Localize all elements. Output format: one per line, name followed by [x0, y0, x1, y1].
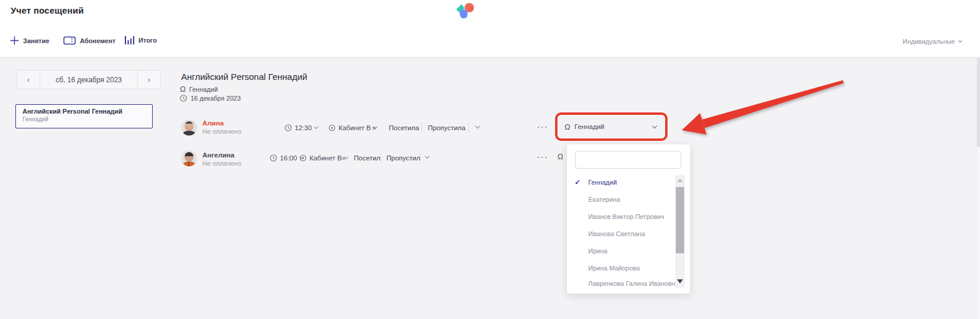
lesson-date-meta: 16 декабря 2023 — [180, 95, 241, 102]
date-label[interactable]: сб, 16 декабря 2023 — [40, 70, 138, 89]
status-chevron-button[interactable] — [425, 154, 430, 159]
clock-icon — [270, 154, 277, 162]
missed-button[interactable]: Пропустила — [428, 124, 465, 131]
person-icon: Ω — [180, 85, 186, 93]
dropdown-option[interactable]: Екатерина — [567, 191, 672, 208]
add-lesson-button[interactable]: Занятие — [10, 36, 49, 45]
lesson-date: 16 декабря 2023 — [191, 95, 241, 102]
time-select[interactable]: 12:30 — [285, 124, 318, 131]
time-value: 12:30 — [295, 124, 312, 131]
lesson-title: Английский Personal Геннадий — [181, 72, 307, 82]
page-scroll-thumb[interactable] — [977, 58, 980, 147]
group-type-filter-label: Индивидуальные — [902, 38, 955, 45]
clock-icon — [180, 95, 187, 102]
plus-icon — [10, 36, 19, 45]
lesson-teacher-name: Геннадий — [189, 86, 218, 93]
person-icon: Ω — [557, 153, 563, 160]
teacher-search-input[interactable] — [575, 151, 681, 169]
add-lesson-label: Занятие — [23, 37, 49, 44]
prev-day-button[interactable]: ‹ — [17, 70, 40, 89]
lesson-card-subtitle: Геннадий — [22, 116, 146, 123]
dropdown-option[interactable]: Геннадий — [567, 174, 672, 191]
student-name[interactable]: Ангелина — [202, 152, 234, 159]
room-select[interactable]: Кабинет В — [299, 154, 348, 162]
scroll-down-icon[interactable] — [677, 279, 683, 283]
remove-icon[interactable]: × — [341, 154, 346, 162]
group-type-filter[interactable]: Индивидуальные — [902, 38, 962, 45]
divider — [381, 153, 381, 163]
attended-button[interactable]: Посетила — [389, 124, 419, 131]
chevron-down-icon — [314, 125, 318, 129]
missed-button[interactable]: Пропустил — [386, 154, 420, 162]
dropdown-option[interactable]: Лавренкова Галина Ивановна — [567, 275, 672, 292]
student-name[interactable]: Алина — [202, 120, 224, 127]
more-button[interactable]: ··· — [537, 153, 549, 162]
location-icon — [299, 154, 307, 162]
lesson-card-title: Английский Personal Геннадий — [22, 108, 146, 115]
totals-label: Итого — [138, 37, 157, 44]
teacher-select-value: Геннадий — [575, 123, 649, 130]
chevron-down-icon — [958, 38, 962, 43]
divider — [421, 123, 422, 133]
page-scrollbar[interactable] — [976, 58, 980, 319]
scroll-thumb[interactable] — [676, 187, 684, 253]
subscription-label: Абонемент — [80, 37, 115, 44]
time-value: 16:00 — [280, 154, 297, 162]
next-day-button[interactable]: › — [137, 70, 161, 89]
divider — [420, 153, 421, 163]
clock-icon — [285, 124, 292, 131]
payment-status: Не оплачено — [202, 160, 241, 167]
more-button[interactable]: ··· — [537, 123, 549, 131]
annotation-arrow — [669, 71, 858, 142]
room-value: Кабинет В — [310, 154, 342, 162]
room-select[interactable]: Кабинет В — [328, 124, 377, 131]
lesson-card[interactable]: Английский Personal Геннадий Геннадий — [15, 104, 153, 128]
room-value: Кабинет В — [339, 124, 371, 131]
subscription-button[interactable]: Абонемент — [63, 36, 115, 45]
ticket-icon — [63, 36, 76, 45]
dropdown-option[interactable]: Иванов Виктор Петрович — [567, 208, 672, 225]
person-icon: Ω — [565, 123, 570, 131]
dropdown-option[interactable]: Иванова Светлана — [567, 225, 672, 242]
dropdown-option[interactable]: Ирина — [567, 243, 672, 259]
chevron-down-icon — [652, 123, 657, 128]
bar-chart-icon — [125, 36, 134, 44]
divider — [468, 123, 469, 133]
time-select[interactable]: 16:00 — [270, 154, 303, 162]
attended-button[interactable]: Посетил — [354, 154, 381, 162]
location-icon — [328, 124, 336, 131]
scroll-up-icon[interactable] — [677, 178, 683, 182]
date-navigation: ‹ сб, 16 декабря 2023 › — [17, 70, 161, 89]
attendance-page: Учет посещений Занятие Абонемент — [0, 0, 980, 319]
totals-button[interactable]: Итого — [125, 36, 157, 44]
app-logo-icon — [452, 2, 475, 20]
dropdown-scrollbar[interactable] — [675, 175, 685, 288]
status-chevron-button[interactable] — [475, 124, 480, 128]
teacher-select[interactable]: Ω Геннадий — [555, 112, 668, 141]
payment-status: Не оплачено — [202, 128, 241, 135]
avatar — [181, 120, 197, 136]
page-title: Учет посещений — [11, 5, 84, 15]
teacher-dropdown: ✓ Геннадий Екатерина Иванов Виктор Петро… — [567, 144, 690, 294]
avatar — [181, 150, 197, 166]
dropdown-option[interactable]: Ирина Майорова — [567, 260, 672, 276]
header: Учет посещений Занятие Абонемент — [0, 0, 980, 57]
lesson-teacher-meta: Ω Геннадий — [180, 85, 218, 93]
remove-icon[interactable]: × — [372, 124, 376, 132]
